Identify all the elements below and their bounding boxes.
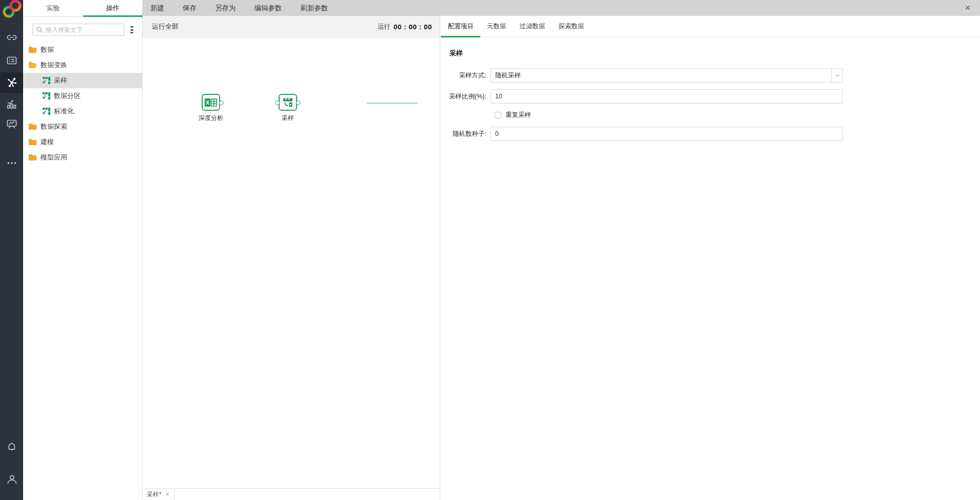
tree-item-data-exploration[interactable]: 数据探索	[23, 119, 143, 134]
sampling-ratio-input[interactable]	[491, 90, 842, 103]
sampling-method-select[interactable]: 随机采样	[491, 68, 843, 83]
search-input[interactable]	[46, 26, 124, 33]
node-label: 采样	[265, 114, 311, 123]
bar-chart-icon[interactable]	[0, 94, 23, 114]
svg-text:X: X	[206, 100, 209, 106]
partition-node-icon	[42, 92, 50, 100]
random-seed-input[interactable]	[491, 127, 842, 141]
tab-filter-data[interactable]: 过滤数据	[513, 16, 552, 37]
sampling-ratio-label: 采样比例(%):	[441, 89, 486, 104]
app-rail	[0, 0, 23, 500]
main-toolbar: 新建 保存 另存为 编辑参数 刷新参数 ×	[143, 0, 980, 16]
sidebar-tab-bar: 实验 操作	[23, 0, 143, 17]
dashboard-trend-icon[interactable]	[0, 114, 23, 134]
component-tree: 数据 数据变换 采样	[23, 42, 143, 165]
link-icon[interactable]	[0, 27, 23, 48]
notifications-bell-icon[interactable]	[0, 437, 23, 457]
tab-metadata[interactable]: 元数据	[480, 16, 513, 37]
tree-item-data-transform[interactable]: 数据变换	[23, 57, 143, 73]
workflow-canvas[interactable]: 运行全部 运行00 : 00 : 00 X 深度分析 采	[143, 16, 440, 500]
tab-experiment[interactable]: 实验	[23, 0, 83, 16]
user-profile-icon[interactable]	[0, 469, 23, 490]
folder-icon	[28, 154, 37, 161]
tab-config-items[interactable]: 配置项目	[441, 16, 480, 37]
tree-item-modeling[interactable]: 建模	[23, 134, 143, 150]
random-seed-label: 随机数种子:	[441, 127, 486, 141]
tree-item-normalization[interactable]: 标准化	[23, 104, 143, 119]
panel-heading: 采样	[449, 49, 463, 58]
search-box	[32, 24, 124, 36]
output-port[interactable]	[296, 101, 301, 105]
form-list-icon[interactable]	[0, 50, 23, 71]
tab-operation[interactable]: 操作	[83, 0, 143, 16]
normalization-node-icon	[42, 107, 50, 115]
sidebar-menu-icon[interactable]	[128, 25, 135, 34]
node-sampling[interactable]	[279, 94, 297, 111]
run-all-button[interactable]: 运行全部	[152, 16, 179, 37]
excel-dataset-icon: X	[205, 97, 217, 108]
folder-open-icon	[28, 62, 37, 69]
edit-params-button[interactable]: 编辑参数	[254, 4, 282, 13]
properties-panel: 配置项目 元数据 过滤数据 探索数据 采样 采样方式: 随机采样 采样比例(%)…	[441, 16, 980, 500]
repeat-sampling-checkbox[interactable]: 重复采样	[491, 111, 531, 119]
tree-item-sampling[interactable]: 采样	[23, 73, 143, 88]
refresh-params-button[interactable]: 刷新参数	[301, 4, 328, 13]
panel-tab-bar: 配置项目 元数据 过滤数据 探索数据	[441, 16, 980, 37]
folder-icon	[28, 46, 37, 53]
folder-icon	[28, 138, 37, 146]
node-label: 深度分析	[188, 114, 234, 123]
more-ellipsis-icon[interactable]	[0, 153, 23, 173]
canvas-header: 运行全部 运行00 : 00 : 00	[143, 16, 440, 37]
sampling-node-icon	[42, 76, 50, 85]
tree-item-data[interactable]: 数据	[23, 42, 143, 57]
chevron-down-icon	[831, 69, 842, 82]
document-tab-bar: 采样* ×	[143, 488, 440, 500]
node-connection-line	[367, 103, 418, 104]
close-icon[interactable]: ×	[961, 0, 975, 16]
close-tab-icon[interactable]: ×	[166, 491, 169, 498]
run-timer: 运行00 : 00 : 00	[378, 16, 432, 37]
save-as-button[interactable]: 另存为	[215, 4, 236, 13]
tree-item-data-partition[interactable]: 数据分区	[23, 88, 143, 104]
component-sidebar: 实验 操作 数据 数据变换	[23, 0, 143, 500]
document-tab-sampling[interactable]: 采样* ×	[143, 489, 175, 500]
checkbox-icon[interactable]	[495, 112, 501, 118]
workflow-network-icon[interactable]	[0, 72, 23, 93]
tab-explore-data[interactable]: 探索数据	[552, 16, 591, 37]
app-logo	[1, 0, 23, 19]
sampling-method-label: 采样方式:	[441, 68, 486, 83]
save-button[interactable]: 保存	[183, 4, 197, 13]
new-button[interactable]: 新建	[150, 4, 164, 13]
input-port[interactable]	[275, 101, 280, 105]
folder-icon	[28, 123, 37, 130]
tree-item-model-application[interactable]: 模型应用	[23, 150, 143, 165]
node-deep-analysis[interactable]: X	[202, 94, 220, 111]
search-icon	[36, 26, 43, 33]
sampling-node-icon	[283, 97, 293, 108]
output-port[interactable]	[219, 101, 224, 105]
